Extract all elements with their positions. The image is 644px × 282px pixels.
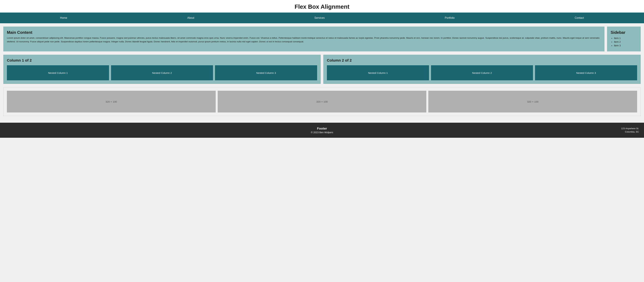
- nav-home[interactable]: Home: [57, 15, 70, 20]
- nav-about[interactable]: About: [184, 15, 198, 20]
- footer-address: 123 Anywhere St. Columbia, SC: [621, 127, 639, 134]
- main-wrapper: Main Content Lorem ipsum dolor sit amet,…: [0, 23, 644, 123]
- sidebar-item-3: Item 3: [614, 44, 637, 47]
- nav-services[interactable]: Services: [311, 15, 328, 20]
- sidebar-item-1: Item 1: [614, 37, 637, 39]
- column-1-heading: Column 1 of 2: [7, 58, 317, 63]
- column-1-nested: Nested Column 1 Nested Column 2 Nested C…: [7, 65, 317, 80]
- footer-center: Footer © 2023 Ben Wolpers: [5, 127, 639, 134]
- page-title: Flex Box Alignment: [0, 0, 644, 12]
- col2-nested-2: Nested Column 2: [431, 65, 533, 80]
- footer-address-line2: Columbia, SC: [625, 131, 639, 133]
- sidebar-heading: Sidebar: [611, 30, 637, 35]
- sidebar-list: Item 1 Item 2 Item 3: [611, 37, 637, 47]
- footer-heading: Footer: [5, 127, 639, 130]
- sidebar-box: Sidebar Item 1 Item 2 Item 3: [607, 27, 641, 51]
- col1-nested-1: Nested Column 1: [7, 65, 109, 80]
- footer-address-line1: 123 Anywhere St.: [621, 127, 639, 130]
- col2-nested-1: Nested Column 1: [327, 65, 429, 80]
- image-2: 320 × 100: [218, 91, 426, 113]
- col1-nested-2: Nested Column 2: [111, 65, 213, 80]
- column-2-heading: Column 2 of 2: [327, 58, 637, 63]
- main-content-box: Main Content Lorem ipsum dolor sit amet,…: [3, 27, 604, 51]
- nav-contact[interactable]: Contact: [572, 15, 587, 20]
- columns-section: Column 1 of 2 Nested Column 1 Nested Col…: [3, 55, 641, 84]
- main-content-heading: Main Content: [7, 30, 601, 35]
- column-1-box: Column 1 of 2 Nested Column 1 Nested Col…: [3, 55, 321, 84]
- sidebar-item-2: Item 2: [614, 40, 637, 43]
- main-content-body: Lorem ipsum dolor sit amet, consectetuer…: [7, 36, 601, 43]
- col2-nested-3: Nested Column 3: [535, 65, 637, 80]
- column-2-nested: Nested Column 1 Nested Column 2 Nested C…: [327, 65, 637, 80]
- column-2-box: Column 2 of 2 Nested Column 1 Nested Col…: [323, 55, 641, 84]
- footer: Footer © 2023 Ben Wolpers 123 Anywhere S…: [0, 123, 644, 138]
- top-section: Main Content Lorem ipsum dolor sit amet,…: [3, 27, 641, 51]
- footer-copyright: © 2023 Ben Wolpers: [5, 131, 639, 134]
- nav-portfolio[interactable]: Portfolio: [442, 15, 458, 20]
- image-1: 320 × 100: [7, 91, 216, 113]
- image-3: 320 × 100: [428, 91, 637, 113]
- images-section: 320 × 100 320 × 100 320 × 100: [3, 87, 641, 116]
- main-nav: Home About Services Portfolio Contact: [0, 12, 644, 23]
- col1-nested-3: Nested Column 3: [215, 65, 317, 80]
